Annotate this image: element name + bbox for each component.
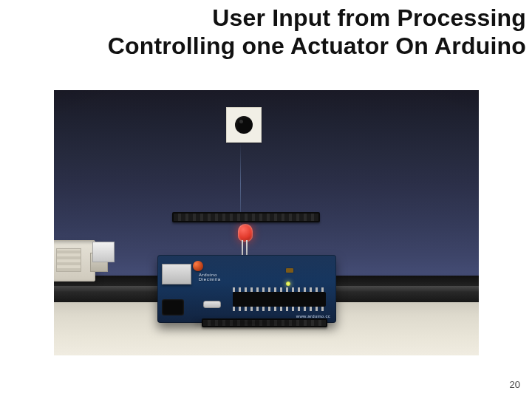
- slide-image: Arduino Diecimila www.arduino.cc: [54, 90, 479, 355]
- power-led-icon: [286, 282, 290, 286]
- txrx-led-icon: [286, 268, 293, 273]
- usb-b-port-icon: [162, 264, 191, 284]
- digital-header: [172, 212, 320, 222]
- page-number: 20: [510, 379, 520, 390]
- crystal-icon: [203, 301, 221, 308]
- processing-window-marker: [226, 107, 262, 143]
- title-line-1: User Input from Processing: [6, 4, 526, 33]
- arduino-board: Arduino Diecimila www.arduino.cc: [157, 219, 336, 323]
- reset-button-icon: [193, 261, 203, 271]
- usb-plug-metal: [92, 242, 115, 262]
- pcb: Arduino Diecimila www.arduino.cc: [157, 255, 336, 323]
- usb-plug-icon: [54, 240, 95, 282]
- barrel-jack-icon: [162, 299, 184, 316]
- silk-board-model: Diecimila: [199, 277, 221, 282]
- slide-title: User Input from Processing Controlling o…: [6, 4, 526, 61]
- silk-text: Arduino Diecimila: [199, 273, 221, 282]
- board-shadow: [194, 318, 305, 327]
- slide: User Input from Processing Controlling o…: [0, 0, 532, 399]
- marker-circle-icon: [235, 116, 253, 134]
- atmega-chip-icon: [233, 292, 326, 307]
- title-line-2: Controlling one Actuator On Arduino: [6, 33, 526, 61]
- photo-content: Arduino Diecimila www.arduino.cc: [54, 90, 479, 355]
